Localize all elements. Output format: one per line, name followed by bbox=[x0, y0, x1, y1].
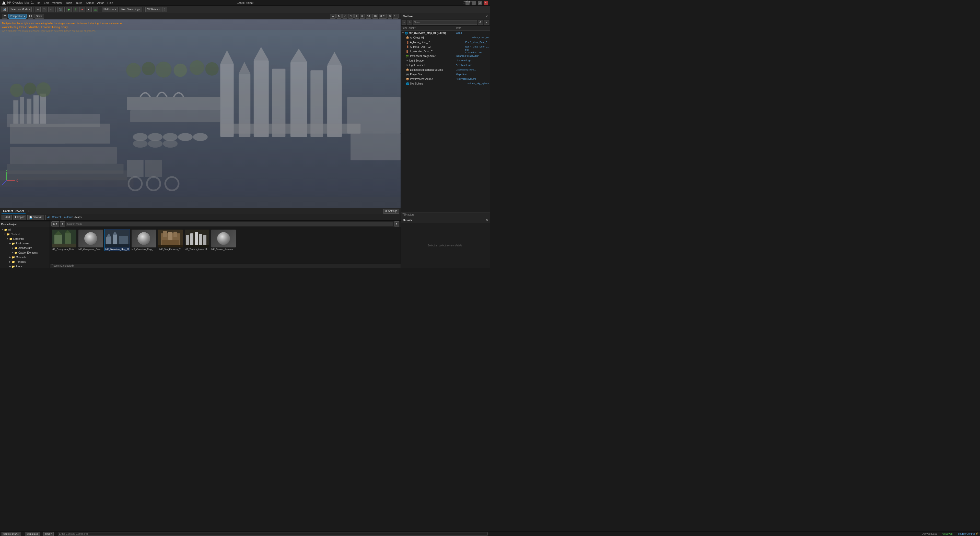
breadcrumb-content[interactable]: Content bbox=[52, 216, 61, 219]
cb-add-button[interactable]: + Add bbox=[2, 215, 12, 220]
outliner-close-btn[interactable]: ✕ bbox=[484, 20, 489, 25]
metal-door1-edit-link[interactable]: Edit A_Metal_Door_0... bbox=[465, 41, 489, 43]
asset-item-overview[interactable]: MP_Overview_Map_01 bbox=[105, 229, 130, 251]
wooden-door-edit-link[interactable]: Edit A_Wooden_Door_... bbox=[465, 49, 489, 54]
outliner-settings-btn[interactable]: ⚙ bbox=[478, 20, 483, 25]
asset-item-ruins-built[interactable]: MP_Overgrown_Ruins_01_BuiltData bbox=[78, 229, 103, 251]
vp-translate-icon[interactable]: ↔ bbox=[330, 14, 336, 19]
selection-mode-button[interactable]: Selection Mode ▾ bbox=[9, 6, 32, 12]
eject-button[interactable]: ⏏ bbox=[93, 6, 99, 12]
vp-surface-icon[interactable]: ⬡ bbox=[348, 14, 353, 19]
menu-edit[interactable]: Edit bbox=[44, 1, 49, 4]
cb-search-input[interactable] bbox=[66, 222, 393, 226]
viewport[interactable]: Multiple directional lights are competin… bbox=[0, 19, 401, 208]
outliner-sort-btn[interactable]: ⇅ bbox=[407, 20, 412, 25]
vp-grid-value[interactable]: 10 bbox=[366, 14, 371, 19]
outliner-item-sky[interactable]: 🌐 Sky Sphere Edit BP_Sky_Sphere bbox=[401, 81, 490, 86]
cb-filter-button[interactable]: ▾ bbox=[60, 221, 65, 227]
maximize-button[interactable]: □ bbox=[478, 1, 482, 5]
cb-view-options[interactable]: ⊞ ▾ bbox=[51, 221, 59, 227]
vp-camera-speed[interactable]: 3 bbox=[388, 14, 392, 19]
vp-roles-button[interactable]: VP Roles ▾ bbox=[145, 6, 161, 12]
vp-snap-icon[interactable]: ⊞ bbox=[360, 14, 365, 19]
vp-maximize[interactable]: ⛶ bbox=[393, 14, 399, 19]
breadcrumb-lordenfel[interactable]: Lordenfel bbox=[63, 216, 73, 219]
stop-button[interactable]: ■ bbox=[80, 6, 85, 12]
menu-help[interactable]: Help bbox=[107, 1, 113, 4]
more-button[interactable]: ⋮ bbox=[162, 6, 167, 12]
scene-3d[interactable]: Multiple directional lights are competin… bbox=[0, 19, 401, 208]
fold-arrow-env: ▶ bbox=[9, 242, 11, 245]
menu-select[interactable]: Select bbox=[86, 1, 94, 4]
folder-castle-elements[interactable]: ▶ 📁 Castle_Elements bbox=[0, 250, 49, 255]
folder-props[interactable]: ▶ 📁 Props bbox=[0, 264, 49, 268]
camera-btn[interactable]: 📷 bbox=[57, 6, 63, 12]
pixel-streaming-button[interactable]: Pixel Streaming ▾ bbox=[119, 6, 142, 12]
outliner-item-metal-door1[interactable]: 🚪 A_Metal_Door_01 Edit A_Metal_Door_0... bbox=[401, 40, 490, 44]
asset-item-towers-built[interactable]: MP_Towers_Assembly_01_BuiltData bbox=[211, 229, 236, 251]
outliner-search-input[interactable] bbox=[413, 20, 477, 25]
play-settings[interactable]: ▾ bbox=[86, 6, 92, 12]
folder-architecture[interactable]: ▶ 📁 Architecture bbox=[0, 246, 49, 250]
vp-scale-icon[interactable]: ⤢ bbox=[342, 14, 347, 19]
content-browser-close[interactable]: ✕ bbox=[28, 210, 30, 212]
cb-import-button[interactable]: ⬆ Import bbox=[13, 215, 26, 220]
minimize-button[interactable]: — bbox=[472, 1, 476, 5]
vp-rotate-icon[interactable]: ↻ bbox=[336, 14, 342, 19]
details-close[interactable]: ✕ bbox=[486, 218, 488, 222]
cb-search-dropdown[interactable]: ▾ bbox=[394, 221, 399, 227]
pause-button[interactable]: ⏸ bbox=[73, 6, 78, 12]
asset-item-towers[interactable]: MP_Towers_Assembly_01 bbox=[184, 229, 210, 251]
mode-icon-button[interactable] bbox=[1, 6, 8, 12]
transform-translate[interactable]: ↔ bbox=[35, 6, 41, 12]
platforms-button[interactable]: Platforms ▾ bbox=[102, 6, 118, 12]
vp-angle-value[interactable]: 10 bbox=[372, 14, 378, 19]
asset-item-ruins[interactable]: MP_Overgrown_Ruins_01 bbox=[51, 229, 77, 251]
menu-window[interactable]: Window bbox=[52, 1, 62, 4]
outliner-item-metal-door2[interactable]: 🚪 A_Metal_Door_02 Edit A_Metal_Door_0... bbox=[401, 44, 490, 49]
outliner-world-item[interactable]: ▼ 🌐 MP_Overview_Map_01 (Editor) World bbox=[401, 31, 490, 35]
asset-item-overview-built[interactable]: MP_Overview_Map_01_BuiltData bbox=[131, 229, 157, 251]
cb-settings-button[interactable]: ⚙ Settings bbox=[383, 209, 399, 214]
perspective-arrow: ▾ bbox=[24, 15, 25, 17]
play-button[interactable]: ▶ bbox=[66, 6, 72, 12]
outliner-close[interactable]: ✕ bbox=[485, 14, 488, 18]
menu-actor[interactable]: Actor bbox=[97, 1, 104, 4]
perspective-button[interactable]: Perspective ▾ bbox=[8, 14, 27, 19]
menu-tools[interactable]: Tools bbox=[66, 1, 73, 4]
viewport-menu-button[interactable]: ☰ bbox=[2, 14, 7, 19]
menu-build[interactable]: Build bbox=[76, 1, 82, 4]
asset-item-fortress[interactable]: MP_Sky_Fortress_01 bbox=[158, 229, 183, 251]
transform-rotate[interactable]: ↻ bbox=[41, 6, 47, 12]
vp-grid-icon[interactable]: # bbox=[354, 14, 359, 19]
close-button[interactable]: ✕ bbox=[484, 1, 488, 5]
folder-materials[interactable]: ▶ 📁 Materials bbox=[0, 255, 49, 259]
show-button[interactable]: Show bbox=[35, 14, 44, 19]
chest-edit-link[interactable]: Edit A_Chest_01 bbox=[472, 36, 489, 39]
folder-content[interactable]: ▼ 📁 Content bbox=[0, 232, 49, 236]
outliner-item-light1[interactable]: ☀ Light Source DirectionalLight bbox=[401, 58, 490, 63]
outliner-filter-btn[interactable]: ▾ bbox=[402, 20, 406, 25]
lit-button[interactable]: Lit bbox=[28, 14, 33, 19]
outliner-item-wooden-door[interactable]: 🚪 A_Wooden_Door_01 Edit A_Wooden_Door_..… bbox=[401, 49, 490, 54]
metal-door2-edit-link[interactable]: Edit A_Metal_Door_0... bbox=[465, 46, 489, 48]
folder-particles[interactable]: ▶ 📁 Particles bbox=[0, 259, 49, 264]
vp-scale-value[interactable]: 0.25 bbox=[379, 14, 387, 19]
folder-lordenfel[interactable]: ▼ 📁 Lordenfel bbox=[0, 236, 49, 241]
outliner-item-lightmass[interactable]: 📦 LightmassImportanceVolume LightmassImp… bbox=[401, 67, 490, 72]
outliner-item-postprocess[interactable]: 📦 PostProcessVolume PostProcessVolume bbox=[401, 77, 490, 81]
folder-environment[interactable]: ▶ 📁 Environment bbox=[0, 241, 49, 246]
settings-button[interactable]: Settings ▾ bbox=[466, 1, 469, 5]
breadcrumb-all[interactable]: All bbox=[47, 216, 50, 219]
transform-scale[interactable]: ⤢ bbox=[48, 6, 54, 12]
outliner-item-chest[interactable]: 📦 A_Chest_01 Edit A_Chest_01 bbox=[401, 35, 490, 40]
outliner-col-label[interactable]: Item Label ▾ bbox=[402, 27, 456, 29]
content-browser-tab[interactable]: Content Browser bbox=[2, 208, 25, 214]
cb-save-all-button[interactable]: 💾 Save All bbox=[27, 215, 44, 220]
folder-all[interactable]: ▼ 📁 All bbox=[0, 227, 49, 232]
outliner-item-light2[interactable]: ☀ Light Source2 DirectionalLight bbox=[401, 63, 490, 67]
outliner-item-player-start[interactable]: 🎮 Player Start PlayerStart bbox=[401, 72, 490, 77]
menu-file[interactable]: File bbox=[36, 1, 40, 4]
outliner-item-foliage[interactable]: 🌿 InstancedFoliageActor InstancedFoliage… bbox=[401, 54, 490, 58]
sky-edit-link[interactable]: Edit BP_Sky_Sphere bbox=[468, 82, 489, 85]
